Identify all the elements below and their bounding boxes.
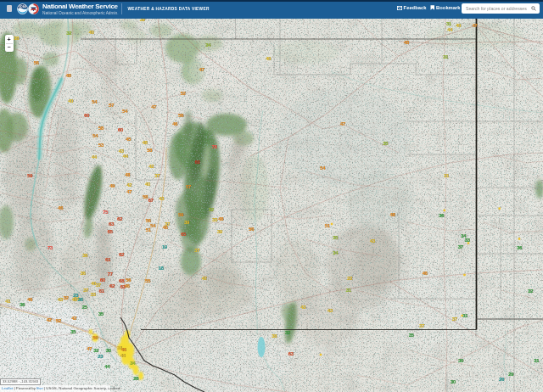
- svg-text:NOAA: NOAA: [19, 4, 25, 8]
